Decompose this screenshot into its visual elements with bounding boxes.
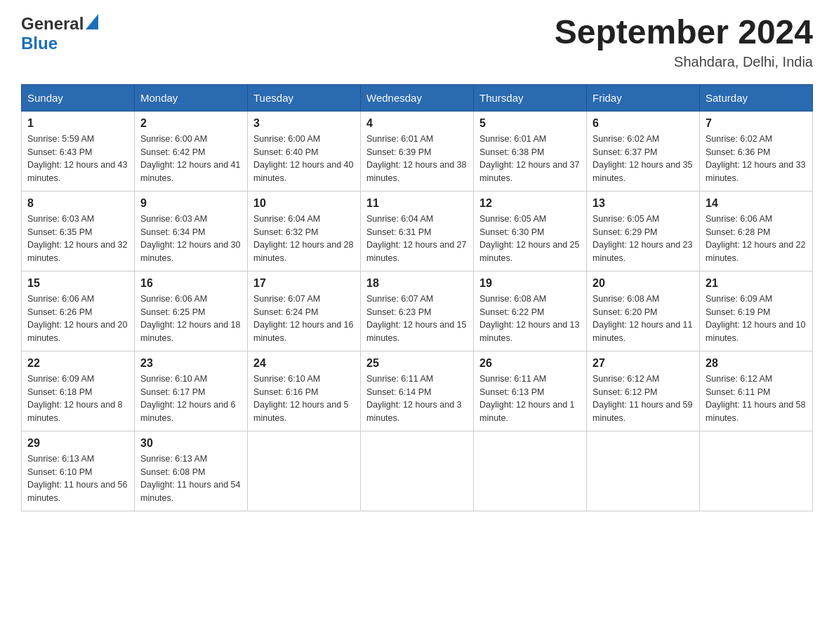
- day-number: 27: [593, 357, 694, 370]
- calendar-cell: 30 Sunrise: 6:13 AMSunset: 6:08 PMDaylig…: [135, 431, 248, 511]
- calendar-cell: 22 Sunrise: 6:09 AMSunset: 6:18 PMDaylig…: [22, 351, 135, 431]
- location-text: Shahdara, Delhi, India: [555, 54, 813, 70]
- calendar-cell: 29 Sunrise: 6:13 AMSunset: 6:10 PMDaylig…: [22, 431, 135, 511]
- day-number: 1: [27, 117, 128, 130]
- calendar-cell: 23 Sunrise: 6:10 AMSunset: 6:17 PMDaylig…: [135, 351, 248, 431]
- day-info: Sunrise: 6:09 AMSunset: 6:18 PMDaylight:…: [27, 374, 123, 423]
- day-number: 13: [593, 197, 694, 210]
- day-info: Sunrise: 6:03 AMSunset: 6:35 PMDaylight:…: [27, 214, 127, 263]
- day-number: 20: [593, 277, 694, 290]
- calendar-cell: 10 Sunrise: 6:04 AMSunset: 6:32 PMDaylig…: [248, 191, 361, 271]
- day-number: 26: [479, 357, 581, 370]
- column-header-sunday: Sunday: [22, 84, 135, 111]
- calendar-week-row: 29 Sunrise: 6:13 AMSunset: 6:10 PMDaylig…: [22, 431, 813, 511]
- day-number: 9: [140, 197, 241, 210]
- day-info: Sunrise: 6:06 AMSunset: 6:25 PMDaylight:…: [140, 294, 240, 343]
- day-number: 6: [593, 117, 694, 130]
- day-info: Sunrise: 6:09 AMSunset: 6:19 PMDaylight:…: [706, 294, 805, 343]
- logo-blue-text: Blue: [21, 34, 58, 53]
- day-number: 14: [706, 197, 807, 210]
- calendar-cell: 8 Sunrise: 6:03 AMSunset: 6:35 PMDayligh…: [22, 191, 135, 271]
- calendar-table: SundayMondayTuesdayWednesdayThursdayFrid…: [21, 84, 813, 511]
- calendar-cell: 20 Sunrise: 6:08 AMSunset: 6:20 PMDaylig…: [587, 271, 700, 351]
- day-info: Sunrise: 6:02 AMSunset: 6:36 PMDaylight:…: [706, 134, 805, 183]
- calendar-cell: 11 Sunrise: 6:04 AMSunset: 6:31 PMDaylig…: [361, 191, 474, 271]
- day-number: 10: [253, 197, 355, 210]
- calendar-cell: [700, 431, 813, 511]
- day-info: Sunrise: 6:07 AMSunset: 6:23 PMDaylight:…: [366, 294, 466, 343]
- day-number: 21: [706, 277, 807, 290]
- day-info: Sunrise: 6:02 AMSunset: 6:37 PMDaylight:…: [593, 134, 692, 183]
- logo-general-text: General: [21, 14, 84, 34]
- calendar-cell: 28 Sunrise: 6:12 AMSunset: 6:11 PMDaylig…: [700, 351, 813, 431]
- day-number: 30: [140, 437, 241, 450]
- calendar-cell: [361, 431, 474, 511]
- calendar-cell: 1 Sunrise: 5:59 AMSunset: 6:43 PMDayligh…: [22, 111, 135, 191]
- day-number: 7: [706, 117, 807, 130]
- calendar-week-row: 22 Sunrise: 6:09 AMSunset: 6:18 PMDaylig…: [22, 351, 813, 431]
- day-info: Sunrise: 5:59 AMSunset: 6:43 PMDaylight:…: [27, 134, 127, 183]
- calendar-cell: 3 Sunrise: 6:00 AMSunset: 6:40 PMDayligh…: [248, 111, 361, 191]
- day-number: 8: [27, 197, 128, 210]
- day-info: Sunrise: 6:06 AMSunset: 6:28 PMDaylight:…: [706, 214, 805, 263]
- day-info: Sunrise: 6:10 AMSunset: 6:16 PMDaylight:…: [253, 374, 349, 423]
- day-info: Sunrise: 6:00 AMSunset: 6:42 PMDaylight:…: [140, 134, 240, 183]
- day-info: Sunrise: 6:05 AMSunset: 6:30 PMDaylight:…: [479, 214, 579, 263]
- column-header-monday: Monday: [135, 84, 248, 111]
- page-header: General Blue September 2024 Shahdara, De…: [21, 14, 813, 70]
- calendar-cell: 27 Sunrise: 6:12 AMSunset: 6:12 PMDaylig…: [587, 351, 700, 431]
- day-info: Sunrise: 6:01 AMSunset: 6:39 PMDaylight:…: [366, 134, 466, 183]
- title-block: September 2024 Shahdara, Delhi, India: [555, 14, 813, 70]
- day-info: Sunrise: 6:07 AMSunset: 6:24 PMDaylight:…: [253, 294, 353, 343]
- day-info: Sunrise: 6:08 AMSunset: 6:20 PMDaylight:…: [593, 294, 692, 343]
- day-number: 11: [366, 197, 468, 210]
- calendar-cell: 17 Sunrise: 6:07 AMSunset: 6:24 PMDaylig…: [248, 271, 361, 351]
- column-header-wednesday: Wednesday: [361, 84, 474, 111]
- day-info: Sunrise: 6:11 AMSunset: 6:13 PMDaylight:…: [479, 374, 575, 423]
- day-number: 25: [366, 357, 468, 370]
- calendar-cell: 14 Sunrise: 6:06 AMSunset: 6:28 PMDaylig…: [700, 191, 813, 271]
- day-number: 18: [366, 277, 468, 290]
- day-number: 17: [253, 277, 355, 290]
- calendar-cell: 9 Sunrise: 6:03 AMSunset: 6:34 PMDayligh…: [135, 191, 248, 271]
- calendar-cell: [474, 431, 587, 511]
- day-info: Sunrise: 6:00 AMSunset: 6:40 PMDaylight:…: [253, 134, 353, 183]
- day-info: Sunrise: 6:10 AMSunset: 6:17 PMDaylight:…: [140, 374, 236, 423]
- column-header-saturday: Saturday: [700, 84, 813, 111]
- day-number: 19: [479, 277, 581, 290]
- day-number: 12: [479, 197, 581, 210]
- day-number: 16: [140, 277, 241, 290]
- day-number: 22: [27, 357, 128, 370]
- day-info: Sunrise: 6:12 AMSunset: 6:11 PMDaylight:…: [706, 374, 805, 423]
- calendar-cell: [587, 431, 700, 511]
- day-info: Sunrise: 6:01 AMSunset: 6:38 PMDaylight:…: [479, 134, 579, 183]
- day-number: 4: [366, 117, 468, 130]
- svg-marker-0: [86, 14, 98, 29]
- calendar-cell: 25 Sunrise: 6:11 AMSunset: 6:14 PMDaylig…: [361, 351, 474, 431]
- calendar-cell: 16 Sunrise: 6:06 AMSunset: 6:25 PMDaylig…: [135, 271, 248, 351]
- day-info: Sunrise: 6:04 AMSunset: 6:32 PMDaylight:…: [253, 214, 353, 263]
- day-number: 28: [706, 357, 807, 370]
- calendar-cell: 7 Sunrise: 6:02 AMSunset: 6:36 PMDayligh…: [700, 111, 813, 191]
- month-title: September 2024: [555, 14, 813, 51]
- logo-arrow-icon: [86, 14, 98, 32]
- calendar-cell: 13 Sunrise: 6:05 AMSunset: 6:29 PMDaylig…: [587, 191, 700, 271]
- calendar-cell: 5 Sunrise: 6:01 AMSunset: 6:38 PMDayligh…: [474, 111, 587, 191]
- calendar-cell: 2 Sunrise: 6:00 AMSunset: 6:42 PMDayligh…: [135, 111, 248, 191]
- column-header-friday: Friday: [587, 84, 700, 111]
- calendar-cell: 4 Sunrise: 6:01 AMSunset: 6:39 PMDayligh…: [361, 111, 474, 191]
- day-number: 29: [27, 437, 128, 450]
- day-info: Sunrise: 6:03 AMSunset: 6:34 PMDaylight:…: [140, 214, 240, 263]
- day-info: Sunrise: 6:13 AMSunset: 6:08 PMDaylight:…: [140, 454, 240, 503]
- day-number: 15: [27, 277, 128, 290]
- calendar-week-row: 8 Sunrise: 6:03 AMSunset: 6:35 PMDayligh…: [22, 191, 813, 271]
- calendar-cell: 24 Sunrise: 6:10 AMSunset: 6:16 PMDaylig…: [248, 351, 361, 431]
- day-info: Sunrise: 6:04 AMSunset: 6:31 PMDaylight:…: [366, 214, 466, 263]
- day-number: 5: [479, 117, 581, 130]
- column-header-thursday: Thursday: [474, 84, 587, 111]
- day-info: Sunrise: 6:11 AMSunset: 6:14 PMDaylight:…: [366, 374, 462, 423]
- calendar-cell: 15 Sunrise: 6:06 AMSunset: 6:26 PMDaylig…: [22, 271, 135, 351]
- day-info: Sunrise: 6:12 AMSunset: 6:12 PMDaylight:…: [593, 374, 692, 423]
- logo: General Blue: [21, 14, 98, 53]
- calendar-cell: 26 Sunrise: 6:11 AMSunset: 6:13 PMDaylig…: [474, 351, 587, 431]
